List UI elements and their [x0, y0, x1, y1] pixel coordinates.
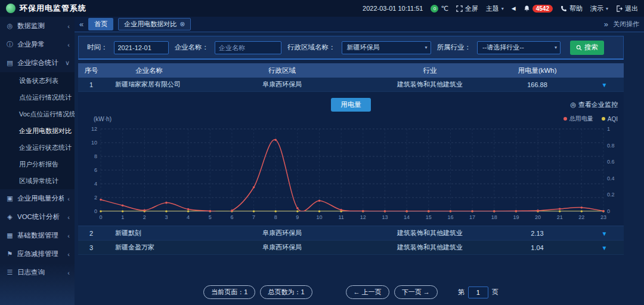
sidebar-item-voc-point-run-stats[interactable]: Voc点位运行情况统计	[0, 106, 75, 122]
table-row[interactable]: 3 新疆金盈万家 阜康西环保局 建筑装饰和其他建筑业 1.04 ▼	[78, 241, 624, 255]
svg-text:10: 10	[91, 140, 97, 146]
time-label: 时间：	[87, 43, 108, 52]
close-icon[interactable]: ⊗	[179, 20, 185, 28]
logout-button[interactable]: 退出	[616, 4, 638, 13]
app-title: 环保用电监管系统	[20, 3, 86, 14]
chevron-left-icon: ‹	[67, 251, 70, 258]
view-monitor-link[interactable]: ◎ 查看企业监控	[570, 100, 618, 109]
row-expand-panel: 用电量 ◎ 查看企业监控 (kW·h) 总用电量	[78, 92, 624, 226]
cell-region: 阜康西环保局	[194, 243, 370, 252]
app-logo-icon	[6, 4, 16, 13]
notification-badge[interactable]: 4542	[532, 5, 553, 13]
help-button[interactable]: 帮助	[561, 4, 583, 13]
chevron-down-icon: ▾	[606, 6, 608, 11]
sidebar-item-voc-stats[interactable]: ◈ VOC统计分析 ‹	[0, 208, 75, 226]
total-pages-indicator: 总页数为：1	[260, 285, 312, 299]
tab-label: 企业用电数据对比	[124, 20, 177, 29]
chevron-left-icon: ‹	[67, 232, 70, 239]
column-header-industry: 行业	[370, 66, 490, 75]
svg-text:17: 17	[469, 214, 475, 220]
svg-text:13: 13	[382, 214, 388, 220]
column-header-region: 行政区域	[194, 66, 370, 75]
sidebar-item-enterprise-abnormal[interactable]: ⓘ 企业异常 ‹	[0, 35, 75, 54]
page-content: 时间： 企业名称： 行政区域名称： 新疆环保局 ▾ 所属行业： --请选择行业-…	[75, 32, 644, 305]
view-monitor-label: 查看企业监控	[578, 100, 618, 109]
svg-text:21: 21	[557, 214, 563, 220]
tab-home[interactable]: 首页	[88, 18, 113, 30]
cell-region: 阜康西环保局	[194, 80, 370, 89]
search-button[interactable]: 搜索	[570, 41, 604, 55]
close-operations-dropdown[interactable]: 关闭操作	[613, 20, 639, 29]
fullscreen-button[interactable]: 全屏	[456, 4, 478, 13]
page-number-input[interactable]	[468, 286, 488, 298]
svg-text:14: 14	[404, 214, 410, 220]
data-table: 序号 企业名称 行政区域 行业 用电量(kWh) 1 新疆瑞家家居有限公司 阜康…	[78, 63, 624, 255]
sidebar-item-power-analysis[interactable]: ▣ 企业用电量分析 ‹	[0, 189, 75, 208]
demo-dropdown[interactable]: 演示 ▾	[590, 4, 608, 13]
region-select[interactable]: 新疆环保局 ▾	[342, 41, 431, 54]
submenu-label: 点位运行情况统计	[19, 93, 72, 102]
stats-icon: ▤	[6, 59, 14, 67]
tab-power-data-compare[interactable]: 企业用电数据对比 ⊗	[118, 18, 191, 30]
svg-text:22: 22	[578, 214, 584, 220]
company-name-input[interactable]	[215, 41, 281, 54]
sidebar-item-enterprise-run-status[interactable]: 企业运行状态统计	[0, 139, 75, 156]
svg-text:19: 19	[513, 214, 519, 220]
sidebar-item-device-status-list[interactable]: 设备状态列表	[0, 72, 75, 89]
sidebar-item-power-data-compare[interactable]: 企业用电数据对比	[0, 122, 75, 139]
collapse-arrow-button[interactable]: ◀	[512, 5, 516, 11]
legend-item-power[interactable]: 总用电量	[564, 115, 593, 123]
svg-text:7: 7	[252, 214, 255, 220]
sidebar-item-point-run-stats[interactable]: 点位运行情况统计	[0, 89, 75, 106]
expand-arrow-icon[interactable]: ▼	[602, 82, 608, 88]
sidebar-item-enterprise-stats[interactable]: ▤ 企业综合统计 ∨	[0, 54, 75, 72]
power-line-chart[interactable]: 02468101200.20.40.60.8101234567891011121…	[80, 123, 620, 224]
logout-icon	[616, 5, 623, 12]
chevron-left-icon: ‹	[67, 214, 70, 221]
industry-select[interactable]: --请选择行业-- ▾	[477, 41, 561, 54]
column-header-power: 用电量(kWh)	[490, 66, 585, 75]
legend-label: AQI	[608, 116, 618, 122]
chevron-down-icon: ▾	[425, 45, 427, 50]
power-tab-button[interactable]: 用电量	[331, 98, 371, 112]
legend-item-aqi[interactable]: AQI	[602, 116, 618, 122]
tab-bar: « 首页 企业用电数据对比 ⊗ » 关闭操作	[75, 17, 644, 32]
cell-power: 166.88	[490, 81, 585, 88]
sidebar-submenu: 设备状态列表 点位运行情况统计 Voc点位运行情况统计 企业用电数据对比 企业运…	[0, 72, 75, 189]
sidebar-item-region-abnormal-stats[interactable]: 区域异常统计	[0, 172, 75, 189]
tabs-scroll-right-icon[interactable]: »	[604, 20, 608, 29]
sidebar-item-emergency-management[interactable]: ⚑ 应急减排管理 ‹	[0, 245, 75, 263]
svg-text:0: 0	[99, 214, 102, 220]
filter-bar: 时间： 企业名称： 行政区域名称： 新疆环保局 ▾ 所属行业： --请选择行业-…	[78, 36, 624, 60]
next-page-button[interactable]: 下一页 →	[394, 285, 438, 299]
fullscreen-icon	[456, 5, 463, 12]
sidebar-item-data-monitoring[interactable]: ◎ 数据监测 ‹	[0, 17, 75, 35]
expand-arrow-icon[interactable]: ▼	[602, 230, 608, 237]
sidebar-item-user-analysis-report[interactable]: 用户分析报告	[0, 156, 75, 172]
svg-text:16: 16	[447, 214, 453, 220]
table-row[interactable]: 2 新疆默刻 阜康西环保局 建筑装饰和其他建筑业 2.13 ▼	[78, 226, 624, 241]
cell-company: 新疆金盈万家	[104, 243, 194, 252]
info-circle-icon: ⓘ	[6, 40, 14, 49]
table-row[interactable]: 1 新疆瑞家家居有限公司 阜康西环保局 建筑装饰和其他建筑业 166.88 ▼	[78, 78, 624, 92]
notifications-button[interactable]: 4542	[524, 5, 553, 13]
company-label: 企业名称：	[175, 43, 209, 52]
theme-dropdown[interactable]: 主题 ▾	[486, 4, 504, 13]
industry-label: 所属行业：	[437, 43, 472, 52]
cell-industry: 建筑装饰和其他建筑业	[370, 243, 490, 252]
svg-text:4: 4	[187, 214, 190, 220]
sidebar-item-base-data[interactable]: ▦ 基础数据管理 ‹	[0, 226, 75, 245]
svg-text:5: 5	[209, 214, 212, 220]
svg-text:8: 8	[94, 153, 97, 159]
time-input[interactable]	[114, 41, 169, 54]
expand-arrow-icon[interactable]: ▼	[602, 245, 608, 251]
prev-page-button[interactable]: ← 上一页	[346, 285, 389, 299]
datetime-display: 2022-03-01 10:11:51	[363, 5, 423, 12]
tabs-scroll-left-icon[interactable]: «	[79, 20, 83, 29]
top-bar-right: 2022-03-01 10:11:51 0 ℃ 全屏 主题 ▾ ◀ 4542	[363, 4, 638, 13]
sidebar-item-log-query[interactable]: ☰ 日志查询 ‹	[0, 263, 75, 282]
main-area: « 首页 企业用电数据对比 ⊗ » 关闭操作 时间： 企业名称：	[75, 17, 644, 305]
arrow-left-icon: ◀	[512, 5, 516, 11]
submenu-label: 用户分析报告	[19, 160, 58, 169]
demo-label: 演示	[590, 4, 603, 13]
